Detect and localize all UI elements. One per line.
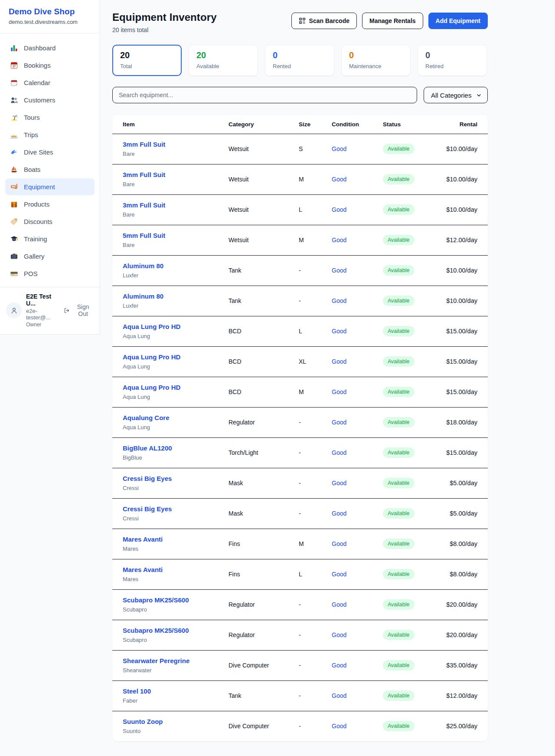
item-brand: Shearwater [123, 667, 229, 674]
sidebar-item-calendar[interactable]: Calendar [5, 74, 95, 91]
stat-value-available: 20 [196, 50, 250, 60]
condition-link[interactable]: Good [332, 297, 346, 304]
item-name-link[interactable]: 3mm Full Suit [123, 140, 229, 149]
item-name-link[interactable]: 3mm Full Suit [123, 171, 229, 179]
stat-label-total: Total [120, 63, 174, 69]
condition-link[interactable]: Good [332, 419, 346, 426]
sidebar-item-pos[interactable]: POS [5, 265, 95, 282]
item-name-link[interactable]: Suunto Zoop [123, 717, 229, 726]
cell-category: Mask [229, 510, 299, 517]
add-equipment-button[interactable]: Add Equipment [428, 13, 488, 29]
stat-card-total[interactable]: 20Total [112, 45, 182, 76]
item-name-link[interactable]: BigBlue AL1200 [123, 444, 229, 453]
sidebar-item-dive-sites[interactable]: Dive Sites [5, 144, 95, 161]
stat-card-retired[interactable]: 0Retired [418, 45, 487, 76]
item-name-link[interactable]: Aluminum 80 [123, 292, 229, 301]
condition-link[interactable]: Good [332, 540, 346, 547]
cell-rental: $15.00/day [427, 388, 477, 395]
sidebar-item-dashboard[interactable]: Dashboard [5, 39, 95, 56]
item-name-link[interactable]: Cressi Big Eyes [123, 474, 229, 483]
sidebar-item-boats[interactable]: Boats [5, 161, 95, 178]
cell-category: Tank [229, 692, 299, 699]
sidebar-item-trips[interactable]: Trips [5, 126, 95, 143]
condition-link[interactable]: Good [332, 631, 346, 638]
cell-size: L [299, 206, 332, 213]
cell-category: Wetsuit [229, 237, 299, 243]
condition-link[interactable]: Good [332, 176, 346, 183]
brand-title[interactable]: Demo Dive Shop [9, 7, 91, 16]
sidebar-item-discounts[interactable]: Discounts [5, 213, 95, 230]
condition-link[interactable]: Good [332, 388, 346, 395]
sidebar-item-equipment[interactable]: Equipment [5, 178, 95, 195]
stats-row: 20Total20Available0Rented0Maintenance0Re… [112, 45, 488, 76]
status-badge: Available [383, 539, 415, 549]
sign-out-button[interactable]: Sign Out [63, 303, 94, 317]
condition-link[interactable]: Good [332, 358, 346, 365]
item-name-link[interactable]: Aqua Lung Pro HD [123, 353, 229, 362]
condition-link[interactable]: Good [332, 510, 346, 517]
cell-rental: $15.00/day [427, 358, 477, 365]
sidebar-item-training[interactable]: Training [5, 230, 95, 247]
manage-rentals-button[interactable]: Manage Rentals [362, 13, 423, 29]
stat-card-maintenance[interactable]: 0Maintenance [341, 45, 411, 76]
search-input[interactable] [112, 87, 417, 103]
condition-link[interactable]: Good [332, 480, 346, 486]
item-name-link[interactable]: Steel 100 [123, 687, 229, 696]
item-name-link[interactable]: 3mm Full Suit [123, 201, 229, 210]
user-email: e2e-tester@... [26, 308, 59, 321]
sidebar-item-bookings[interactable]: 17Bookings [5, 57, 95, 74]
item-name-link[interactable]: 5mm Full Suit [123, 231, 229, 240]
sidebar-item-tours[interactable]: Tours [5, 109, 95, 126]
item-name-link[interactable]: Aqua Lung Pro HD [123, 322, 229, 331]
condition-link[interactable]: Good [332, 145, 346, 152]
sidebar-item-label: Gallery [24, 253, 45, 260]
condition-link[interactable]: Good [332, 237, 346, 243]
cell-size: - [299, 267, 332, 274]
sidebar-item-label: Training [24, 235, 47, 243]
category-select[interactable]: All Categories [424, 87, 488, 103]
cell-size: L [299, 571, 332, 578]
item-name-link[interactable]: Mares Avanti [123, 565, 229, 574]
table-row: Cressi Big EyesCressiMask-GoodAvailable$… [112, 498, 488, 529]
content: Equipment Inventory 20 items total [112, 11, 488, 741]
sidebar-item-customers[interactable]: Customers [5, 92, 95, 108]
users-icon [10, 96, 18, 104]
item-name-link[interactable]: Shearwater Peregrine [123, 657, 229, 665]
condition-link[interactable]: Good [332, 571, 346, 578]
condition-link[interactable]: Good [332, 449, 346, 456]
item-name-link[interactable]: Aluminum 80 [123, 262, 229, 270]
stat-card-available[interactable]: 20Available [189, 45, 258, 76]
condition-link[interactable]: Good [332, 692, 346, 699]
items-count: 20 items total [112, 26, 217, 33]
status-badge: Available [383, 144, 415, 154]
item-name-link[interactable]: Aqualung Core [123, 414, 229, 422]
item-name-link[interactable]: Scubapro MK25/S600 [123, 626, 229, 635]
cell-category: BCD [229, 358, 299, 365]
cell-size: - [299, 601, 332, 608]
person-icon [10, 306, 18, 315]
sidebar-item-gallery[interactable]: Gallery [5, 248, 95, 265]
scan-barcode-button[interactable]: Scan Barcode [291, 13, 357, 29]
condition-link[interactable]: Good [332, 267, 346, 274]
item-brand: Faber [123, 697, 229, 704]
condition-link[interactable]: Good [332, 206, 346, 213]
condition-link[interactable]: Good [332, 662, 346, 669]
item-name-link[interactable]: Aqua Lung Pro HD [123, 383, 229, 392]
sidebar-item-label: Bookings [24, 62, 51, 69]
camera-icon [10, 252, 18, 260]
cell-category: Tank [229, 297, 299, 304]
sidebar-item-products[interactable]: Products [5, 196, 95, 213]
cell-item: 3mm Full SuitBare [123, 140, 229, 158]
item-name-link[interactable]: Cressi Big Eyes [123, 505, 229, 513]
condition-link[interactable]: Good [332, 328, 346, 335]
stat-card-rented[interactable]: 0Rented [265, 45, 334, 76]
cell-rental: $10.00/day [427, 206, 477, 213]
condition-link[interactable]: Good [332, 723, 346, 730]
cell-item: 5mm Full SuitBare [123, 231, 229, 249]
item-brand: Aqua Lung [123, 332, 229, 340]
sidebar-item-label: Customers [24, 96, 56, 104]
condition-link[interactable]: Good [332, 601, 346, 608]
brand-block: Demo Dive Shop demo.test.divestreams.com [0, 0, 100, 33]
item-name-link[interactable]: Mares Avanti [123, 535, 229, 544]
item-name-link[interactable]: Scubapro MK25/S600 [123, 596, 229, 605]
